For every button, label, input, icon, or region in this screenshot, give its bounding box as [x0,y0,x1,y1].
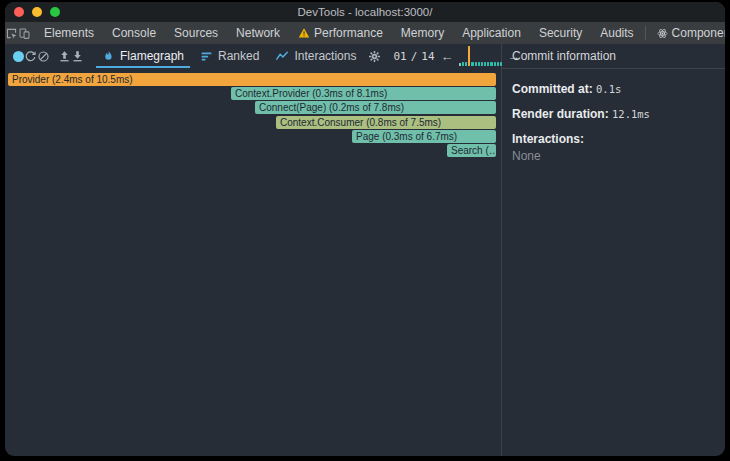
reload-icon [24,50,37,63]
commit-bar[interactable] [484,62,486,66]
load-profile-button[interactable] [58,45,71,67]
commit-bar[interactable] [465,62,467,66]
record-icon [13,51,24,62]
tab-application[interactable]: Application [453,22,530,44]
device-toolbar-icon [18,27,31,40]
commit-bar[interactable] [490,62,492,66]
tab-label: Elements [44,26,94,40]
next-commit-button[interactable]: → [507,49,520,64]
traffic-lights [14,7,60,17]
commit-bar[interactable] [487,62,489,66]
save-profile-button[interactable] [71,45,84,67]
divider [645,26,646,40]
render-duration-label: Render duration [512,107,605,121]
flame-bar-page[interactable]: Page (0.3ms of 6.7ms) [352,130,496,143]
tab-label: Audits [600,26,633,40]
tab-components[interactable]: Components [648,22,725,44]
profiler-tab-flamegraph[interactable]: Flamegraph [94,44,192,68]
commit-bar[interactable] [468,46,470,66]
profiler-tab-label: Interactions [294,49,356,63]
commit-bar[interactable] [497,62,499,66]
committed-at-label: Committed at [512,82,589,96]
device-toolbar-button[interactable] [18,22,31,44]
tab-label: Memory [401,26,444,40]
tab-label: Console [112,26,156,40]
commit-bar[interactable] [459,63,461,66]
render-duration-row: Render duration: 12.1ms [512,107,715,121]
download-icon [71,50,84,63]
tab-console[interactable]: Console [103,22,165,44]
profiler-panel: FlamegraphRankedInteractions 01 / 14 ← →… [5,44,725,456]
tab-sources[interactable]: Sources [165,22,227,44]
interactions-icon [275,49,289,63]
commit-info-panel: Commit information Committed at: 0.1s Re… [502,44,725,456]
commit-selector-chart [459,44,503,68]
flame-bar-connect-page-[interactable]: Connect(Page) (0.2ms of 7.8ms) [255,101,496,114]
tab-elements[interactable]: Elements [35,22,103,44]
profiler-settings-button[interactable] [368,45,381,67]
profiler-tab-ranked[interactable]: Ranked [192,44,267,68]
commit-bar[interactable] [500,62,502,66]
inspect-element-button[interactable] [5,22,18,44]
commit-separator: / [411,50,418,63]
commit-info-header: Commit information [502,44,725,69]
flame-bar-search[interactable]: Search (… [447,144,496,157]
commit-bar[interactable] [481,62,483,66]
zoom-window-button[interactable] [50,7,60,17]
warning-icon [298,27,310,39]
profiler-tab-label: Flamegraph [120,49,184,63]
close-window-button[interactable] [14,7,24,17]
upload-icon [58,50,71,63]
tab-network[interactable]: Network [227,22,289,44]
minimize-window-button[interactable] [32,7,42,17]
tab-label: Performance [314,26,383,40]
tab-security[interactable]: Security [530,22,591,44]
interactions-label: Interactions [512,132,580,146]
tab-label: Components [672,26,725,40]
commit-index: 01 [393,50,406,63]
tab-performance[interactable]: Performance [289,22,392,44]
tab-label: Network [236,26,280,40]
gear-icon [368,50,381,63]
reload-and-profile-button[interactable] [24,45,37,67]
flame-icon [102,50,115,63]
commit-bar[interactable] [471,62,473,66]
devtools-tab-bar: ElementsConsoleSourcesNetworkPerformance… [5,22,725,44]
inspect-icon [5,27,18,40]
tab-label: Security [539,26,582,40]
flame-bar-context-provider[interactable]: Context.Provider (0.3ms of 8.1ms) [231,87,496,100]
profiler-view-tabs: FlamegraphRankedInteractions [94,44,364,68]
clear-profile-button[interactable] [37,45,50,67]
commit-total: 14 [421,50,434,63]
profiler-tab-interactions[interactable]: Interactions [267,44,364,68]
flamegraph: Provider (2.4ms of 10.5ms)Context.Provid… [5,68,501,456]
devtools-tab-strip: ElementsConsoleSourcesNetworkPerformance… [35,22,725,44]
title-bar[interactable]: DevTools - localhost:3000/ [5,2,725,22]
ranked-icon [200,50,213,63]
profiler-tab-label: Ranked [218,49,259,63]
render-duration-value: 12.1ms [612,108,650,120]
record-button[interactable] [13,45,24,67]
profiler-toolbar: FlamegraphRankedInteractions 01 / 14 ← → [5,44,501,68]
commit-bar[interactable] [478,62,480,66]
window-title: DevTools - localhost:3000/ [298,6,433,18]
previous-commit-button[interactable]: ← [441,49,454,64]
commit-bar[interactable] [494,62,496,66]
commit-bar[interactable] [462,62,464,66]
tab-label: Sources [174,26,218,40]
clear-icon [37,50,50,63]
devtools-window: DevTools - localhost:3000/ ElementsConso… [5,2,725,456]
react-atom-icon [657,28,668,39]
committed-at-value: 0.1s [596,83,621,95]
commit-bar[interactable] [475,62,477,66]
flame-bar-provider[interactable]: Provider (2.4ms of 10.5ms) [8,73,496,86]
commit-counter: 01 / 14 [393,50,434,63]
flame-bar-context-consumer[interactable]: Context.Consumer (0.8ms of 7.5ms) [276,116,496,129]
tab-memory[interactable]: Memory [392,22,453,44]
committed-at-row: Committed at: 0.1s [512,82,715,96]
tab-label: Application [462,26,521,40]
interactions-value: None [512,149,715,163]
tab-audits[interactable]: Audits [591,22,642,44]
interactions-row: Interactions: None [512,132,715,163]
